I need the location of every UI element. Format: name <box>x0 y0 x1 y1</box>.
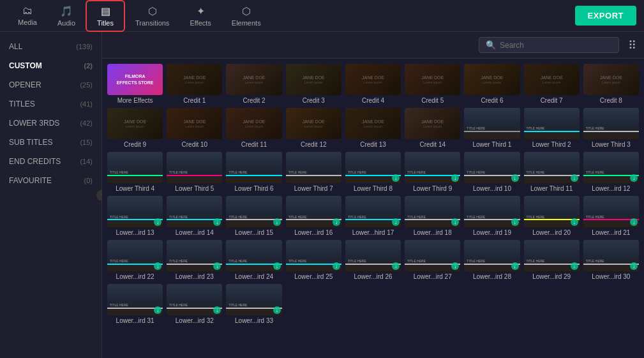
tile-item[interactable]: TITLE HERE ↓ Lower...ird 24 <box>226 240 281 280</box>
elements-icon: ⬡ <box>242 5 251 17</box>
sidebar-item-all[interactable]: ALL (139) <box>0 37 101 56</box>
export-button[interactable]: EXPORT <box>575 6 636 26</box>
nav-media[interactable]: 🗂 Media <box>8 1 47 30</box>
search-input[interactable] <box>500 41 612 50</box>
tile-item[interactable]: TITLE HERE ↓ Lower...ird 32 <box>167 284 222 324</box>
sidebar-item-titles[interactable]: TITLES (41) <box>0 94 101 114</box>
tile-label: Credit 6 <box>464 97 520 104</box>
tile-item[interactable]: TITLE HERE ↓ Lower...ird 20 <box>524 196 580 236</box>
sidebar-item-endcredits[interactable]: END CREDITS (14) <box>0 152 101 171</box>
tile-item[interactable]: TITLE HERE ↓ Lower...ird 26 <box>345 240 401 280</box>
tile-item[interactable]: JANE DOELorem ipsum Credit 1 <box>167 64 222 104</box>
tile-item[interactable]: TITLE HERE ↓ Lower...ird 12 <box>583 152 639 192</box>
tile-item[interactable]: TITLE HERE Lower Third 1 <box>464 108 520 148</box>
tile-thumbnail: TITLE HERE ↓ <box>345 240 401 271</box>
tile-item[interactable]: TITLE HERE ↓ Lower...ird 10 <box>464 152 520 192</box>
download-badge: ↓ <box>392 262 400 270</box>
tile-item[interactable]: TITLE HERE ↓ Lower...ird 31 <box>107 284 163 324</box>
download-badge: ↓ <box>511 174 519 182</box>
transitions-icon: ⬡ <box>148 5 157 17</box>
tile-item[interactable]: TITLE HERE Lower Third 5 <box>167 152 222 192</box>
tile-item[interactable]: TITLE HERE ↓ Lower...ird 21 <box>583 196 639 236</box>
tile-item[interactable]: FILMORAEFFECTS STORE More Effects <box>107 64 163 104</box>
tile-item[interactable]: TITLE HERE ↓ Lower...ird 28 <box>464 240 520 280</box>
sidebar-item-opener[interactable]: OPENER (25) <box>0 75 101 94</box>
tile-thumbnail: FILMORAEFFECTS STORE <box>107 64 163 95</box>
tile-item[interactable]: JANE DOELorem ipsum Credit 5 <box>405 64 460 104</box>
tile-item[interactable]: TITLE HERE ↓ Lower...ird 25 <box>286 240 341 280</box>
tile-item[interactable]: JANE DOELorem ipsum Credit 8 <box>583 64 639 104</box>
tile-item[interactable]: TITLE HERE ↓ Lower...ird 15 <box>226 196 281 236</box>
tile-label: Lower Third 7 <box>286 185 341 192</box>
tile-item[interactable]: JANE DOELorem ipsum Credit 10 <box>167 108 222 148</box>
tile-item[interactable]: TITLE HERE Lower Third 3 <box>583 108 639 148</box>
download-badge: ↓ <box>630 262 638 270</box>
tile-item[interactable]: TITLE HERE ↓ Lower Third 8 <box>345 152 401 192</box>
tile-label: Credit 9 <box>107 141 163 148</box>
tile-item[interactable]: TITLE HERE ↓ Lower...ird 13 <box>107 196 163 236</box>
download-badge: ↓ <box>273 218 281 226</box>
grid-scroll[interactable]: FILMORAEFFECTS STORE More Effects JANE D… <box>102 59 644 358</box>
nav-elements[interactable]: ⬡ Elements <box>221 1 271 31</box>
tile-item[interactable]: TITLE HERE ↓ Lower...ird 22 <box>107 240 163 280</box>
nav-effects[interactable]: ✦ Effects <box>179 1 221 31</box>
tile-item[interactable]: TITLE HERE ↓ Lower...ird 27 <box>405 240 460 280</box>
nav-transitions[interactable]: ⬡ Transitions <box>125 1 179 31</box>
tile-item[interactable]: TITLE HERE Lower Third 4 <box>107 152 163 192</box>
tile-item[interactable]: TITLE HERE ↓ Lower...ird 29 <box>524 240 580 280</box>
tile-thumbnail: TITLE HERE ↓ <box>524 240 580 271</box>
tile-item[interactable]: TITLE HERE ↓ Lower Third 9 <box>405 152 460 192</box>
sidebar-item-lower3rds[interactable]: LOWER 3RDS (42) <box>0 114 101 133</box>
tile-item[interactable]: JANE DOELorem ipsum Credit 11 <box>226 108 281 148</box>
tile-item[interactable]: JANE DOELorem ipsum Credit 7 <box>524 64 580 104</box>
tile-item[interactable]: TITLE HERE ↓ Lower...ird 19 <box>464 196 520 236</box>
tile-label: Lower Third 1 <box>464 141 520 148</box>
nav-titles[interactable]: ▤ Titles <box>86 0 125 32</box>
tile-item[interactable]: JANE DOELorem ipsum Credit 13 <box>345 108 401 148</box>
tile-item[interactable]: JANE DOELorem ipsum Credit 4 <box>345 64 401 104</box>
tile-item[interactable]: TITLE HERE ↓ Lower...ird 14 <box>167 196 222 236</box>
sidebar-item-subtitles[interactable]: SUB TITLES (15) <box>0 133 101 152</box>
tile-item[interactable]: TITLE HERE Lower Third 6 <box>226 152 281 192</box>
tile-item[interactable]: TITLE HERE Lower Third 2 <box>524 108 580 148</box>
tile-item[interactable]: TITLE HERE ↓ Lower Third 11 <box>524 152 580 192</box>
sidebar-count-opener: (25) <box>80 81 93 89</box>
download-badge: ↓ <box>213 262 221 270</box>
sidebar-item-favourite[interactable]: FAVOURITE (0) <box>0 171 101 190</box>
tile-item[interactable]: JANE DOELorem ipsum Credit 9 <box>107 108 163 148</box>
tile-item[interactable]: TITLE HERE Lower Third 7 <box>286 152 341 192</box>
tile-item[interactable]: TITLE HERE ↓ Lower...ird 30 <box>583 240 639 280</box>
sidebar-item-custom[interactable]: CUSTOM (2) <box>0 56 101 75</box>
tile-item[interactable]: JANE DOELorem ipsum Credit 6 <box>464 64 520 104</box>
nav-audio[interactable]: 🎵 Audio <box>47 1 86 31</box>
tile-item[interactable]: TITLE HERE ↓ Lower...hird 17 <box>345 196 401 236</box>
tile-item[interactable]: JANE DOELorem ipsum Credit 2 <box>226 64 281 104</box>
tile-label: Credit 12 <box>286 141 341 148</box>
download-badge: ↓ <box>451 174 459 182</box>
tile-thumbnail: TITLE HERE ↓ <box>167 196 222 227</box>
tile-item[interactable]: JANE DOELorem ipsum Credit 14 <box>405 108 460 148</box>
sidebar-collapse-arrow[interactable]: ‹ <box>96 190 102 201</box>
tile-item[interactable]: TITLE HERE ↓ Lower...ird 16 <box>286 196 341 236</box>
sidebar-label-lower3rds: LOWER 3RDS <box>9 119 59 128</box>
grid-view-toggle[interactable]: ⠿ <box>628 38 636 52</box>
tile-grid: FILMORAEFFECTS STORE More Effects JANE D… <box>107 64 639 324</box>
tile-item[interactable]: JANE DOELorem ipsum Credit 12 <box>286 108 341 148</box>
tile-label: Lower Third 8 <box>345 185 401 192</box>
tile-item[interactable]: TITLE HERE ↓ Lower...ird 33 <box>226 284 281 324</box>
download-badge: ↓ <box>392 218 400 226</box>
grid-toolbar: 🔍 ⠿ <box>102 32 644 59</box>
tile-thumbnail: TITLE HERE <box>107 152 163 183</box>
tile-thumbnail: TITLE HERE ↓ <box>226 240 281 271</box>
tile-thumbnail: TITLE HERE ↓ <box>405 240 460 271</box>
tile-thumbnail: TITLE HERE ↓ <box>464 152 520 183</box>
sidebar-count-titles: (41) <box>80 100 93 108</box>
tile-item[interactable]: JANE DOELorem ipsum Credit 3 <box>286 64 341 104</box>
tile-label: Lower...ird 29 <box>524 273 580 280</box>
tile-label: Credit 14 <box>405 141 460 148</box>
tile-label: Lower Third 6 <box>226 185 281 192</box>
tile-thumbnail: TITLE HERE <box>464 108 520 139</box>
tile-item[interactable]: TITLE HERE ↓ Lower...ird 18 <box>405 196 460 236</box>
tile-item[interactable]: TITLE HERE ↓ Lower...ird 23 <box>167 240 222 280</box>
tile-thumbnail: JANE DOELorem ipsum <box>464 64 520 95</box>
